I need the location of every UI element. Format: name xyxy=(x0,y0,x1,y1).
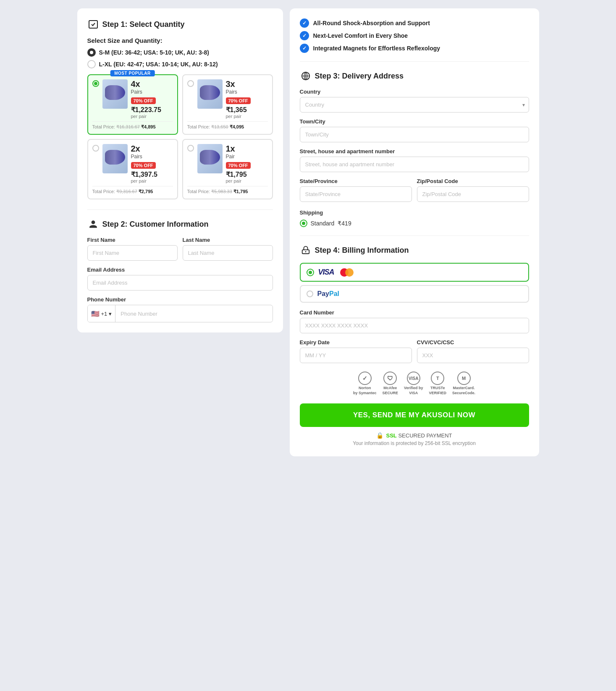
shipping-label: Shipping xyxy=(300,209,323,216)
size-sm[interactable]: S-M (EU: 36-42; USA: 5-10; UK, AU: 3-8) xyxy=(87,48,273,57)
product-card-2x[interactable]: 2x Pairs 70% OFF ₹1,397.5 per pair Total… xyxy=(87,139,178,199)
unit-3x: Pairs xyxy=(226,89,268,95)
street-group: Street, house and apartment number xyxy=(300,148,529,172)
norton-badge: ✓ Norton by Symantec xyxy=(353,372,377,395)
name-row: First Name Last Name xyxy=(87,237,273,261)
country-select-wrapper: Country ▾ xyxy=(300,97,529,113)
per-1x: per pair xyxy=(226,178,268,183)
total-price-1x: Total Price: ₹5,983.33 ₹1,795 xyxy=(187,186,268,194)
last-name-group: Last Name xyxy=(183,237,273,261)
product-radio-4x[interactable] xyxy=(92,80,99,87)
mcafee-sub: SECURE xyxy=(382,391,398,395)
feature-1-text: All-Round Shock-Absorption and Support xyxy=(313,20,430,26)
town-input[interactable] xyxy=(300,127,529,142)
truste-label: TRUSTe xyxy=(430,386,445,390)
size-lxl[interactable]: L-XL (EU: 42-47; USA: 10-14; UK, AU: 8-1… xyxy=(87,60,273,68)
visa-verified-sub: VISA xyxy=(409,391,418,395)
svg-rect-0 xyxy=(89,21,97,28)
total-price-4x: Total Price: ₹16,316.67 ₹4,895 xyxy=(92,121,173,130)
cvv-input[interactable] xyxy=(417,348,529,363)
final-total-3x: ₹4,095 xyxy=(230,124,244,129)
shipping-section: Shipping Standard ₹419 xyxy=(300,209,529,227)
price-2x: ₹1,397.5 xyxy=(131,170,173,178)
step3-icon xyxy=(300,70,312,82)
mastercard-secure-icon: M xyxy=(457,372,471,385)
state-zip-row: State/Province Zip/Postal Code xyxy=(300,178,529,202)
step1-title: Step 1: Select Quantity xyxy=(102,20,185,29)
product-radio-3x[interactable] xyxy=(187,80,194,87)
product-card-3x[interactable]: 3x Pairs 70% OFF ₹1,365 per pair Total P… xyxy=(182,74,273,135)
product-radio-1x[interactable] xyxy=(187,145,194,152)
step2-title: Step 2: Customer Information xyxy=(102,220,209,229)
final-total-2x: ₹2,795 xyxy=(139,189,153,194)
billing-visa[interactable]: VISA xyxy=(300,263,529,282)
phone-flag-selector[interactable]: 🇺🇸 +1 ▾ xyxy=(88,305,116,322)
zip-group: Zip/Postal Code xyxy=(417,178,529,202)
first-name-input[interactable] xyxy=(87,245,178,261)
cvv-group: CVV/CVC/CSC xyxy=(417,339,529,363)
phone-input[interactable] xyxy=(115,306,272,321)
size-sm-radio[interactable] xyxy=(87,48,96,57)
shipping-radio[interactable] xyxy=(300,220,307,227)
email-group: Email Address xyxy=(87,267,273,291)
discount-4x: 70% OFF xyxy=(131,97,156,104)
card-number-group: Card Number xyxy=(300,309,529,333)
expiry-label: Expiry Date xyxy=(300,339,412,346)
country-group: Country Country ▾ xyxy=(300,89,529,113)
email-label: Email Address xyxy=(87,267,273,273)
product-image-1x xyxy=(197,144,223,173)
step1-header: Step 1: Select Quantity xyxy=(87,18,273,30)
visa-verified-badge: VISA Verified by VISA xyxy=(404,372,423,395)
last-name-label: Last Name xyxy=(183,237,273,243)
billing-paypal[interactable]: PayPal xyxy=(300,285,529,303)
unit-2x: Pairs xyxy=(131,154,173,160)
size-lxl-radio[interactable] xyxy=(87,60,96,68)
zip-input[interactable] xyxy=(417,186,529,202)
state-group: State/Province xyxy=(300,178,412,202)
final-total-4x: ₹4,895 xyxy=(141,124,156,129)
step3-title: Step 3: Delivery Address xyxy=(315,72,404,81)
state-input[interactable] xyxy=(300,186,412,202)
flag-emoji: 🇺🇸 xyxy=(91,310,100,318)
product-radio-2x[interactable] xyxy=(92,145,99,152)
last-name-input[interactable] xyxy=(183,245,273,261)
product-card-4x[interactable]: MOST POPULAR 4x Pairs 70% OFF ₹1,223.75 … xyxy=(87,74,178,135)
final-total-1x: ₹1,795 xyxy=(233,189,248,194)
unit-4x: Pairs xyxy=(131,89,173,95)
per-2x: per pair xyxy=(131,178,173,183)
quantity-3x: 3x xyxy=(226,79,268,89)
product-card-1x[interactable]: 1x Pair 70% OFF ₹1,795 per pair Total Pr… xyxy=(182,139,273,199)
total-price-2x: Total Price: ₹9,316.67 ₹2,795 xyxy=(92,186,173,194)
size-sm-label: S-M (EU: 36-42; USA: 5-10; UK, AU: 3-8) xyxy=(99,49,209,56)
billing-paypal-radio[interactable] xyxy=(307,291,313,297)
mastercard-secure-sub: SecureCode. xyxy=(452,391,475,395)
country-select[interactable]: Country xyxy=(300,97,529,113)
discount-1x: 70% OFF xyxy=(226,162,251,169)
mastercard-logo xyxy=(340,268,354,277)
billing-visa-radio[interactable] xyxy=(307,269,314,276)
step2-icon xyxy=(87,218,99,230)
left-panel: Step 1: Select Quantity Select Size and … xyxy=(77,8,283,332)
mc-orange-circle xyxy=(345,268,354,277)
street-input[interactable] xyxy=(300,157,529,172)
shipping-type: Standard xyxy=(311,220,335,227)
state-label: State/Province xyxy=(300,178,412,184)
town-group: Town/City xyxy=(300,118,529,142)
discount-2x: 70% OFF xyxy=(131,162,156,169)
phone-input-wrapper: 🇺🇸 +1 ▾ xyxy=(87,305,273,322)
card-number-input[interactable] xyxy=(300,318,529,333)
norton-icon: ✓ xyxy=(358,372,372,385)
total-price-3x: Total Price: ₹13,650 ₹4,095 xyxy=(187,121,268,130)
quantity-1x: 1x xyxy=(226,144,268,154)
discount-3x: 70% OFF xyxy=(226,97,251,104)
expiry-input[interactable] xyxy=(300,348,412,363)
shipping-price: ₹419 xyxy=(338,220,351,227)
quantity-4x: 4x xyxy=(131,79,173,89)
quantity-2x: 2x xyxy=(131,144,173,154)
cta-button[interactable]: YES, SEND ME MY AKUSOLI NOW xyxy=(300,403,529,427)
card-number-label: Card Number xyxy=(300,309,529,316)
size-section-label: Select Size and Quantity: xyxy=(87,37,273,44)
email-input[interactable] xyxy=(87,275,273,291)
shipping-option[interactable]: Standard ₹419 xyxy=(300,220,529,227)
product-image-3x xyxy=(197,79,223,109)
